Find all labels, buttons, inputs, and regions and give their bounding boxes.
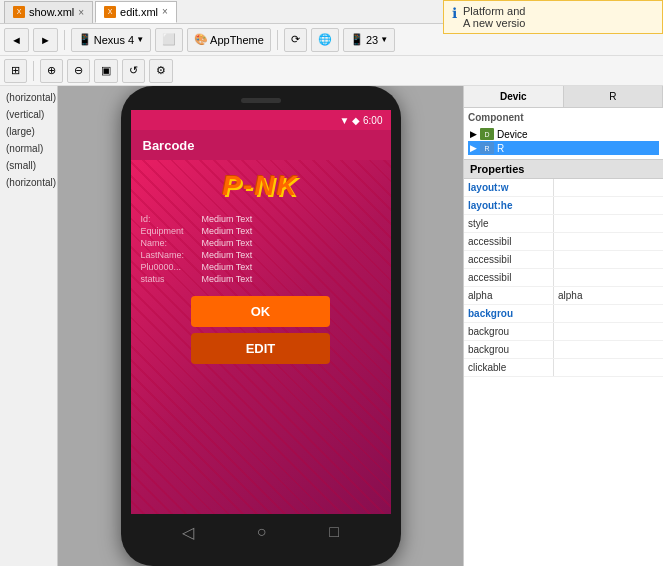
- tree-item-1[interactable]: ▶ D Device: [468, 127, 659, 141]
- prop-value-accessibil-2[interactable]: [554, 251, 663, 268]
- frame-button[interactable]: ⬜: [155, 28, 183, 52]
- tab-edit-xml[interactable]: X edit.xml ×: [95, 1, 177, 23]
- xml-icon-2: X: [104, 6, 116, 18]
- refresh-button[interactable]: ↺: [122, 59, 145, 83]
- toolbar-separator-2: [277, 30, 278, 50]
- data-label-2: Equipment: [141, 226, 196, 236]
- sidebar-item-6[interactable]: (normal): [4, 141, 53, 156]
- data-row-4: LastName: Medium Text: [141, 250, 381, 260]
- prop-value-backgrou-1[interactable]: [554, 305, 663, 322]
- tab-edit-xml-label: edit.xml: [120, 6, 158, 18]
- property-list: layout:w layout:he style accessibil acce…: [464, 179, 663, 566]
- tree-item-label-1: Device: [497, 129, 528, 140]
- prop-value-layout-h[interactable]: [554, 197, 663, 214]
- data-value-4: Medium Text: [202, 250, 253, 260]
- phone-screen: ▼ ◆ 6:00 Barcode P-NK Id: Medium Text: [131, 110, 391, 550]
- right-tab-r[interactable]: R: [564, 86, 664, 107]
- grid-button[interactable]: ⊞: [4, 59, 27, 83]
- zoom-out-button[interactable]: ⊖: [67, 59, 90, 83]
- design-canvas: ▼ ◆ 6:00 Barcode P-NK Id: Medium Text: [58, 86, 463, 566]
- prop-name-clickable: clickable: [464, 359, 554, 376]
- properties-header: Properties: [464, 160, 663, 179]
- device-icon: 📱: [78, 33, 92, 46]
- property-row-backgrou-3: backgrou: [464, 341, 663, 359]
- data-value-1: Medium Text: [202, 214, 253, 224]
- prop-name-accessibil-1: accessibil: [464, 233, 554, 250]
- api-chevron: ▼: [380, 35, 388, 44]
- sidebar-item-8[interactable]: (horizontal): [4, 175, 53, 190]
- property-row-alpha: alpha alpha: [464, 287, 663, 305]
- tab-show-xml[interactable]: X show.xml ×: [4, 1, 93, 23]
- tree-header-label: Component: [468, 112, 524, 123]
- sidebar-item-1[interactable]: (horizontal): [4, 90, 53, 105]
- xml-icon: X: [13, 6, 25, 18]
- prop-name-backgrou-2: backgrou: [464, 323, 554, 340]
- apptheme-icon: 🎨: [194, 33, 208, 46]
- prop-value-alpha[interactable]: alpha: [554, 287, 663, 304]
- api-label: 23: [366, 34, 378, 46]
- recent-nav-icon[interactable]: □: [329, 523, 339, 541]
- tab-show-xml-close[interactable]: ×: [78, 7, 84, 18]
- right-panel-tabs: Devic R: [464, 86, 663, 108]
- toolbar2-separator: [33, 61, 34, 81]
- data-row-5: Plu0000... Medium Text: [141, 262, 381, 272]
- prop-value-accessibil-3[interactable]: [554, 269, 663, 286]
- notification-line1: Platform and: [463, 5, 525, 17]
- prop-name-backgrou-1: backgrou: [464, 305, 554, 322]
- left-sidebar: (horizontal) (vertical) (large) (normal)…: [0, 86, 58, 566]
- main-content: (horizontal) (vertical) (large) (normal)…: [0, 86, 663, 566]
- property-row-layout-w: layout:w: [464, 179, 663, 197]
- property-row-layout-h: layout:he: [464, 197, 663, 215]
- tree-expand-1: ▶: [470, 129, 480, 139]
- data-label-1: Id:: [141, 214, 196, 224]
- property-row-accessibil-2: accessibil: [464, 251, 663, 269]
- forward-button[interactable]: ►: [33, 28, 58, 52]
- status-icons: ▼ ◆: [340, 115, 361, 126]
- view-toolbar: ⊞ ⊕ ⊖ ▣ ↺ ⚙: [0, 56, 663, 86]
- prop-name-layout-h: layout:he: [464, 197, 554, 214]
- orientation-button[interactable]: ⟳: [284, 28, 307, 52]
- sidebar-item-2[interactable]: (vertical): [4, 107, 53, 122]
- component-tree: Component ▶ D Device ▶ R R: [464, 108, 663, 160]
- prop-value-backgrou-3[interactable]: [554, 341, 663, 358]
- prop-value-accessibil-1[interactable]: [554, 233, 663, 250]
- tab-edit-xml-close[interactable]: ×: [162, 6, 168, 17]
- settings-button[interactable]: ⚙: [149, 59, 173, 83]
- back-button[interactable]: ◄: [4, 28, 29, 52]
- toolbar-separator-1: [64, 30, 65, 50]
- property-row-style: style: [464, 215, 663, 233]
- device-chevron: ▼: [136, 35, 144, 44]
- device-dropdown[interactable]: 📱 Nexus 4 ▼: [71, 28, 151, 52]
- prop-value-clickable[interactable]: [554, 359, 663, 376]
- back-nav-icon[interactable]: ◁: [182, 523, 194, 542]
- action-bar-title: Barcode: [143, 138, 195, 153]
- sidebar-item-7[interactable]: (small): [4, 158, 53, 173]
- prop-name-accessibil-3: accessibil: [464, 269, 554, 286]
- api-dropdown[interactable]: 📱 23 ▼: [343, 28, 395, 52]
- data-label-6: status: [141, 274, 196, 284]
- tree-item-label-2: R: [497, 143, 504, 154]
- notification-line2: A new versio: [463, 17, 525, 29]
- property-row-clickable: clickable: [464, 359, 663, 377]
- zoom-in-button[interactable]: ⊕: [40, 59, 63, 83]
- data-value-2: Medium Text: [202, 226, 253, 236]
- ok-button[interactable]: OK: [191, 296, 331, 327]
- right-tab-device[interactable]: Devic: [464, 86, 564, 107]
- properties-panel: Properties layout:w layout:he style acce…: [464, 160, 663, 566]
- data-label-3: Name:: [141, 238, 196, 248]
- data-value-5: Medium Text: [202, 262, 253, 272]
- data-value-3: Medium Text: [202, 238, 253, 248]
- property-row-backgrou-2: backgrou: [464, 323, 663, 341]
- tree-item-2[interactable]: ▶ R R: [468, 141, 659, 155]
- prop-value-style[interactable]: [554, 215, 663, 232]
- home-nav-icon[interactable]: ○: [257, 523, 267, 541]
- edit-button[interactable]: EDIT: [191, 333, 331, 364]
- prop-value-backgrou-2[interactable]: [554, 323, 663, 340]
- apptheme-dropdown[interactable]: 🎨 AppTheme: [187, 28, 271, 52]
- sidebar-item-5[interactable]: (large): [4, 124, 53, 139]
- prop-name-style: style: [464, 215, 554, 232]
- locale-button[interactable]: 🌐: [311, 28, 339, 52]
- tab-show-xml-label: show.xml: [29, 6, 74, 18]
- prop-value-layout-w[interactable]: [554, 179, 663, 196]
- fit-button[interactable]: ▣: [94, 59, 118, 83]
